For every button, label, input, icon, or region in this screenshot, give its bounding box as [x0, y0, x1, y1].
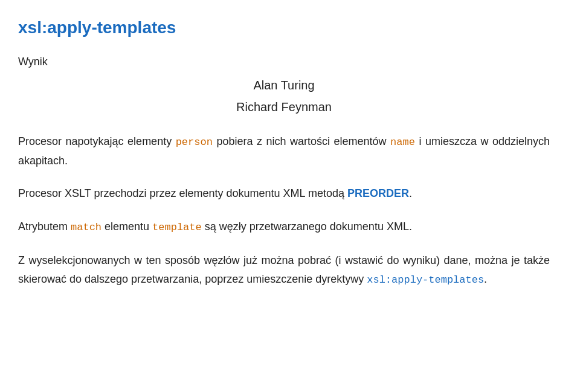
description-4-text: Z wyselekcjonowanych w ten sposób węzłów…	[18, 251, 550, 289]
keyword-person: person	[176, 137, 213, 148]
description-4: Z wyselekcjonowanych w ten sposób węzłów…	[18, 251, 550, 289]
desc3-post: są węzły przetwarzanego dokumentu XML.	[202, 220, 412, 233]
desc4-post: .	[484, 273, 487, 285]
description-2-text: Procesor XSLT przechodzi przez elementy …	[18, 184, 550, 203]
keyword-apply-templates: xsl:apply-templates	[367, 274, 484, 286]
desc3-pre: Atrybutem	[18, 220, 71, 233]
description-1: Procesor napotykając elementy person pob…	[18, 132, 550, 170]
desc1-mid1: pobiera z nich wartości elementów	[213, 135, 390, 147]
keyword-template: template	[152, 222, 202, 233]
result-item-2: Richard Feynman	[18, 96, 550, 118]
result-label: Wynik	[18, 56, 550, 68]
result-list: Alan Turing Richard Feynman	[18, 74, 550, 118]
desc2-post: .	[409, 187, 412, 199]
result-item-1: Alan Turing	[18, 74, 550, 96]
keyword-match: match	[71, 222, 102, 233]
keyword-preorder: PREORDER	[347, 187, 409, 199]
page-title: xsl:apply-templates	[18, 18, 550, 37]
result-section: Wynik Alan Turing Richard Feynman	[18, 56, 550, 118]
description-2: Procesor XSLT przechodzi przez elementy …	[18, 184, 550, 203]
desc2-pre: Procesor XSLT przechodzi przez elementy …	[18, 187, 347, 199]
description-3-text: Atrybutem match elementu template są węz…	[18, 217, 550, 237]
desc1-pre: Procesor napotykając elementy	[18, 135, 176, 147]
keyword-name: name	[390, 137, 415, 148]
description-3: Atrybutem match elementu template są węz…	[18, 217, 550, 237]
desc3-mid: elementu	[102, 220, 152, 233]
description-1-text: Procesor napotykając elementy person pob…	[18, 132, 550, 170]
